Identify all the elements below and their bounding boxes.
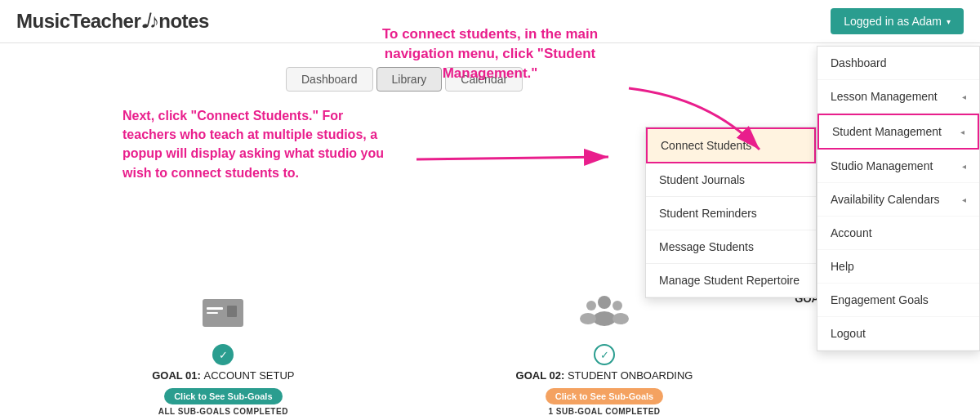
svg-point-8: [580, 313, 596, 324]
annotation-text-2: Next, click "Connect Students." For teac…: [122, 109, 384, 180]
nav-item-label: Studio Management: [831, 159, 933, 172]
goal-02: ✓ GOAL 02: STUDENT ONBOARDING Click to S…: [414, 293, 795, 416]
nav-item-student-mgmt[interactable]: Student Management ◂: [817, 114, 979, 150]
chevron-right-icon: ◂: [962, 92, 966, 101]
nav-item-studio-mgmt[interactable]: Studio Management ◂: [817, 150, 979, 183]
goal-01-check: ✓: [212, 344, 234, 365]
goal-01-sub-goals-btn[interactable]: Click to See Sub-Goals: [164, 388, 282, 404]
nav-item-help[interactable]: Help: [817, 250, 979, 284]
goal-01-icon: [198, 293, 247, 339]
main-nav-dropdown: Dashboard Lesson Management ◂ Student Ma…: [817, 46, 980, 351]
menu-item-label: Connect Students: [661, 139, 751, 152]
header: MusicTeacher♩♪notes Logged in as Adam ▾: [0, 0, 980, 43]
svg-point-7: [586, 301, 596, 311]
nav-item-dashboard[interactable]: Dashboard: [817, 47, 979, 80]
goal-02-sub-goals-btn[interactable]: Click to See Sub-Goals: [546, 388, 663, 404]
annotation-next-steps: Next, click "Connect Students." For teac…: [122, 106, 400, 182]
submenu-student-journals[interactable]: Student Journals: [646, 163, 816, 197]
svg-point-9: [612, 301, 622, 311]
menu-item-label: Message Students: [659, 240, 754, 253]
svg-rect-3: [207, 312, 218, 314]
tab-label: Dashboard: [301, 73, 358, 86]
chevron-right-icon: ◂: [962, 195, 966, 204]
logo-text: notes: [158, 10, 209, 32]
submenu-manage-repertoire[interactable]: Manage Student Repertoire: [646, 264, 816, 297]
nav-item-availability[interactable]: Availability Calendars ◂: [817, 183, 979, 217]
goal-02-status: 1 SUB-GOAL COMPLETED: [548, 407, 660, 416]
nav-item-label: Availability Calendars: [831, 193, 940, 206]
menu-item-label: Manage Student Repertoire: [659, 274, 800, 287]
chevron-right-icon: ◂: [960, 127, 964, 136]
svg-point-5: [598, 296, 611, 309]
svg-rect-2: [207, 307, 223, 310]
goal-02-icon: [580, 293, 629, 339]
goal-01-label: GOAL 01: ACCOUNT SETUP: [152, 369, 294, 382]
nav-item-logout[interactable]: Logout: [817, 317, 979, 351]
nav-item-lesson-mgmt[interactable]: Lesson Management ◂: [817, 80, 979, 114]
submenu-student-reminders[interactable]: Student Reminders: [646, 197, 816, 230]
logged-in-button[interactable]: Logged in as Adam ▾: [831, 8, 964, 34]
chevron-down-icon: ▾: [947, 17, 951, 26]
menu-item-label: Student Journals: [659, 173, 745, 186]
svg-rect-4: [227, 306, 237, 317]
people-icon: [580, 293, 629, 333]
nav-item-label: Dashboard: [831, 56, 887, 69]
goal-02-label: GOAL 02: STUDENT ONBOARDING: [516, 369, 693, 382]
nav-item-engagement-goals[interactable]: Engagement Goals: [817, 284, 979, 317]
nav-item-label: Help: [831, 260, 854, 273]
goal-02-check: ✓: [594, 344, 615, 365]
goal-01: ✓ GOAL 01: ACCOUNT SETUP Click to See Su…: [33, 293, 414, 416]
submenu-message-students[interactable]: Message Students: [646, 230, 816, 264]
logo-notes: ♩♪: [140, 10, 158, 32]
nav-item-label: Account: [831, 226, 872, 239]
svg-point-6: [593, 311, 616, 326]
chevron-right-icon: ◂: [962, 162, 966, 171]
svg-point-10: [612, 313, 629, 324]
menu-item-label: Student Reminders: [659, 207, 757, 220]
nav-item-label: Student Management: [832, 125, 942, 138]
nav-item-label: Engagement Goals: [831, 293, 929, 306]
nav-item-label: Logout: [831, 327, 866, 340]
card-icon: [198, 293, 247, 333]
student-mgmt-submenu: Connect Students Student Journals Studen…: [645, 127, 817, 298]
nav-item-account[interactable]: Account: [817, 217, 979, 250]
nav-item-label: Lesson Management: [831, 90, 938, 103]
logged-in-label: Logged in as Adam: [844, 15, 942, 28]
goal-01-status: ALL SUB-GOALS COMPLETED: [158, 407, 288, 416]
logo: MusicTeacher♩♪notes: [16, 10, 209, 33]
submenu-connect-students[interactable]: Connect Students: [646, 127, 816, 163]
